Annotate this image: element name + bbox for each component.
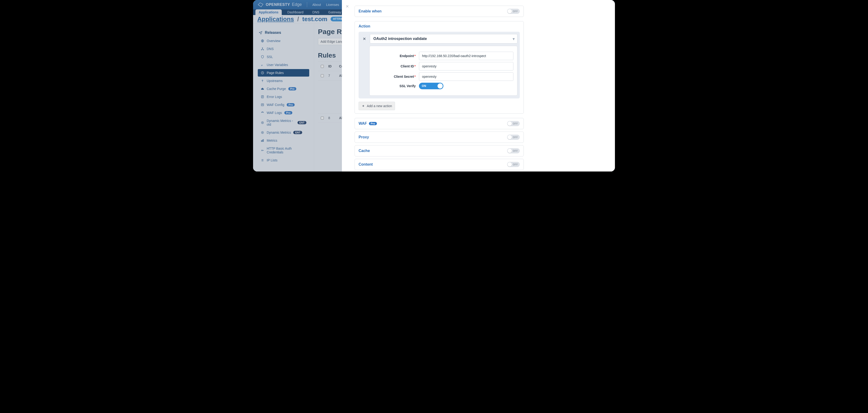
sidebar-item-basic-auth[interactable]: HTTP Basic Auth Credentials [258, 145, 309, 156]
brand-name: OPENRESTY [266, 3, 290, 7]
sidebar-item-label: Error Logs [267, 95, 282, 99]
sidebar-item-error-logs[interactable]: Error Logs [258, 93, 309, 100]
sidebar-item-overview[interactable]: Overview [258, 37, 309, 45]
sidebar-item-label: WAF Logs [267, 111, 282, 115]
metrics-old-icon [260, 121, 265, 125]
sidebar-item-waf-config[interactable]: WAF Config Pro [258, 101, 309, 108]
panel-waf: WAF Pro OFF [354, 118, 524, 129]
sidebar-item-dynamic-metrics[interactable]: Dynamic Metrics ENT [258, 129, 309, 136]
sidebar-item-label: SSL [267, 55, 273, 59]
waf-toggle[interactable]: OFF [507, 121, 520, 126]
pill-ent: ENT [293, 131, 302, 134]
svg-point-8 [262, 122, 263, 123]
breadcrumb-sep: / [297, 15, 299, 23]
tab-dns[interactable]: DNS [309, 9, 323, 15]
client-secret-input[interactable] [419, 72, 514, 81]
ssl-verify-toggle[interactable]: ON [419, 83, 443, 89]
sidebar-item-metrics[interactable]: Metrics [258, 137, 309, 144]
edit-rule-modal: Enable when OFF Action ✕ [342, 0, 615, 171]
sidebar-item-label: Dynamic Metrics [267, 131, 291, 134]
brand-product: Edge [292, 2, 302, 7]
sidebar-item-label: Metrics [267, 138, 277, 142]
row-checkbox[interactable] [321, 117, 324, 120]
sidebar-item-label: Overview [267, 39, 280, 43]
client-id-label: Client ID* [373, 64, 416, 68]
variable-icon [260, 63, 265, 67]
waf-config-icon [260, 103, 265, 107]
row-checkbox[interactable] [321, 74, 324, 77]
metrics-icon [260, 131, 265, 134]
actions-wrap: ✕ OAuth2 introspection validate ▾ Endpoi… [359, 32, 520, 98]
endpoint-label: Endpoint* [373, 54, 416, 58]
sidebar-group: Releases Overview DNS SSL [253, 27, 314, 166]
upstreams-icon [260, 79, 265, 83]
breadcrumb-domain: test.com [302, 15, 327, 23]
svg-point-1 [262, 48, 263, 49]
log-icon [260, 95, 265, 99]
sidebar-item-label: IP Lists [267, 158, 278, 162]
sidebar-item-upstreams[interactable]: Upstreams [258, 77, 309, 85]
pill-pro: Pro [369, 122, 377, 125]
sidebar-item-label: Upstreams [267, 79, 283, 83]
toggle-label: ON [422, 84, 426, 88]
proxy-toggle[interactable]: OFF [507, 135, 520, 140]
sidebar-item-dynamic-metrics-old[interactable]: Dynamic Metrics - old ENT [258, 117, 309, 128]
svg-point-14 [261, 150, 262, 151]
sidebar-item-label: DNS [267, 47, 274, 51]
sidebar-group-title: Releases [256, 29, 311, 37]
sidebar-item-label: Cache Purge [267, 87, 286, 91]
toggle-knob [507, 122, 512, 126]
client-id-input[interactable] [419, 62, 514, 70]
toggle-knob [507, 162, 512, 166]
panel-title: Cache [359, 149, 370, 153]
sidebar-item-label: WAF Config [267, 103, 284, 107]
toggle-label: OFF [513, 10, 518, 13]
top-link-about[interactable]: About [312, 3, 321, 7]
rules-icon [260, 71, 265, 75]
row-id: 8 [327, 113, 337, 123]
key-icon [260, 149, 265, 152]
svg-point-10 [262, 132, 263, 133]
toggle-label: OFF [513, 150, 518, 152]
action-type-select[interactable]: OAuth2 introspection validate ▾ [370, 34, 518, 43]
sidebar-item-waf-logs[interactable]: WAF Logs Pro [258, 109, 309, 117]
sidebar: Releases Overview DNS SSL [253, 24, 314, 171]
svg-point-9 [261, 131, 264, 133]
toggle-label: OFF [513, 163, 518, 166]
pill-pro: Pro [288, 87, 296, 90]
svg-rect-13 [263, 139, 264, 141]
additional-panels: WAF Pro OFF Proxy OFF Cache OFF Content … [354, 118, 524, 170]
content-toggle[interactable]: OFF [507, 162, 520, 167]
tab-applications[interactable]: Applications [255, 9, 282, 15]
waf-logs-icon [260, 111, 265, 115]
pill-pro: Pro [284, 111, 292, 115]
add-action-button[interactable]: ＋ Add a new action [359, 102, 395, 110]
plus-icon: ＋ [362, 104, 365, 108]
select-all-checkbox[interactable] [321, 65, 324, 68]
client-secret-label: Client Secret* [373, 75, 416, 78]
enable-when-toggle[interactable]: OFF [507, 9, 520, 14]
delete-action-button[interactable]: ✕ [361, 35, 368, 42]
sidebar-item-ssl[interactable]: SSL [258, 53, 309, 61]
sidebar-item-cache-purge[interactable]: Cache Purge Pro [258, 85, 309, 93]
cache-toggle[interactable]: OFF [507, 148, 520, 153]
panel-title: Enable when [359, 9, 381, 13]
action-row: ✕ OAuth2 introspection validate ▾ [361, 34, 518, 43]
sidebar-item-ip-lists[interactable]: IP Lists [258, 156, 309, 164]
endpoint-input[interactable] [419, 52, 514, 60]
close-icon[interactable] [344, 3, 350, 9]
sidebar-item-label: Page Rules [267, 71, 284, 75]
pill-pro: Pro [287, 103, 294, 106]
breadcrumb-root[interactable]: Applications [257, 15, 294, 23]
globe-icon [260, 39, 265, 43]
top-link-licenses[interactable]: Licenses [326, 3, 339, 7]
pill-ent: ENT [298, 121, 306, 124]
sidebar-item-page-rules[interactable]: Page Rules [258, 69, 309, 76]
sidebar-item-user-variables[interactable]: User Variables [258, 61, 309, 69]
svg-rect-12 [262, 140, 263, 141]
svg-rect-11 [261, 140, 262, 142]
sidebar-item-dns[interactable]: DNS [258, 45, 309, 53]
tab-dashboard[interactable]: Dashboard [284, 9, 307, 15]
panel-enable-when: Enable when OFF [354, 6, 524, 17]
brand: OPENRESTY Edge [257, 1, 302, 8]
